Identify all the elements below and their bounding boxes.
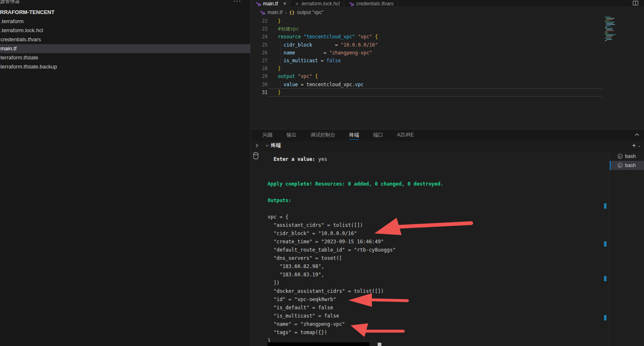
scrollbar-mark [604,203,606,209]
panel-tab-AZURE[interactable]: AZURE [397,129,414,141]
sidebar-item-credentials-tfvars[interactable]: credentials.tfvars [0,35,250,44]
explorer-sidebar: 源管理器 ··· RRAFORM-TENCENT .terraform.terr… [0,0,251,346]
terminal-line [268,205,443,213]
line-content: } [278,65,281,73]
divider [609,151,610,346]
scrollbar-mark [604,241,606,247]
svg-text:$: $ [619,155,620,158]
scrollbar-mark [604,276,606,281]
line-content: cidr_block = "10.0.0.0/16" [278,41,378,49]
panel-tab-问题[interactable]: 问题 [263,129,273,141]
breadcrumb-file[interactable]: main.tf [268,9,282,15]
terminal-line: "name" = "zhangpeng-vpc" [268,320,443,328]
chevron-down-icon[interactable]: ⌄ [637,144,641,148]
sidebar-item--terraform[interactable]: .terraform [0,17,250,26]
terminal-line: "is_default" = false [268,304,443,312]
code-line-30[interactable]: 30 value = tencentcloud_vpc.vpc [251,81,644,89]
session-label: bash [625,162,636,168]
new-terminal-icon[interactable]: + [632,142,636,149]
terminal-session-bash[interactable]: $bash [610,152,644,161]
terminal-output[interactable]: Enter a value: yes Apply complete! Resou… [268,155,443,345]
terminal-line: "docker_assistant_cidrs" = tolist([]) [268,287,443,295]
current-line-highlight [268,88,602,97]
close-icon[interactable]: × [283,1,286,7]
terminal-line: "cidr_block" = "10.0.0.0/16" [268,229,443,238]
workspace-section-header[interactable]: RRAFORM-TENCENT [0,9,54,15]
sidebar-item--terraform-lock-hcl[interactable]: .terraform.lock.hcl [0,26,250,35]
code-line-25[interactable]: 25 cidr_block = "10.0.0.0/16" [251,41,644,49]
panel-tab-终端[interactable]: 终端 [349,129,359,141]
panel-tab-输出[interactable]: 输出 [287,129,296,141]
code-line-23[interactable]: 23#创建vpc [251,25,644,33]
line-content: value = tencentcloud_vpc.vpc [278,81,364,89]
more-actions-icon[interactable]: ··· [233,0,241,5]
panel-tab-端口[interactable]: 端口 [373,129,383,141]
line-content: is_multicast = false [278,57,341,65]
panel-tab-bar: 问题输出调试控制台终端端口AZURE [251,129,644,141]
file-list: .terraform.terraform.lock.hclcredentials… [0,17,250,71]
terminal-session-list: $bash$bash [610,152,644,170]
terminal-line [268,172,443,180]
code-line-24[interactable]: 24resource "tencentcloud_vpc" "vpc" { [251,33,644,41]
tab--terraform-lock-hcl[interactable]: ≡.terraform.lock.hcl [291,0,344,7]
terminal-line: Enter a value: yes [268,155,443,163]
terraform-icon [256,1,261,6]
line-number: 27 [251,57,268,65]
line-number: 28 [251,65,268,73]
code-line-29[interactable]: 29output "vpc" { [251,73,644,80]
terminal-session-bash[interactable]: $bash [610,161,644,170]
split-editor-icon[interactable] [633,1,638,5]
line-number: 29 [251,73,268,80]
tab-main-tf[interactable]: main.tf× [251,0,291,7]
terminal-section-label: 终端 [271,142,281,149]
chevron-up-icon[interactable] [634,132,640,138]
line-content: output "vpc" { [278,73,318,80]
tab-label: credentials.tfvars [356,1,394,7]
sidebar-item-main-tf[interactable]: main.tf [0,44,250,53]
terraform-icon [260,10,265,15]
panel-tab-调试控制台[interactable]: 调试控制台 [310,129,335,141]
line-content: } [278,17,281,25]
code-line-22[interactable]: 22} [251,17,644,25]
tab-label: .terraform.lock.hcl [300,1,339,7]
terminal-line: "183.60.83.19", [268,271,443,279]
sidebar-item-terraform-tfstate[interactable]: terraform.tfstate [0,53,250,62]
chevron-right-icon[interactable] [254,143,259,148]
terminal-line: "183.60.82.98", [268,262,443,271]
chevron-down-icon [265,144,269,148]
terraform-icon [349,1,354,6]
terminal-line: "dns_servers" = toset([ [268,254,443,262]
line-content: #创建vpc [278,25,299,33]
terminal-line [268,163,443,172]
terminal-line: "create_time" = "2023-09-15 16:46:49" [268,238,443,246]
terminal-line: "id" = "vpc-oeqk0wrb" [268,295,443,304]
svg-text:$: $ [619,164,620,167]
tab-credentials-tfvars[interactable]: credentials.tfvars [344,0,398,7]
line-number: 23 [251,25,268,33]
vscode-window: 源管理器 ··· RRAFORM-TENCENT .terraform.terr… [0,0,644,346]
line-number: 26 [251,49,268,57]
line-number: 30 [251,81,268,89]
sidebar-item-terraform-tfstate-backup[interactable]: terraform.tfstate.backup [0,62,250,71]
terminal-line: vpc = { [268,213,443,221]
code-line-26[interactable]: 26 name = "zhangpeng-vpc" [251,49,644,57]
terminal-section-header: 终端 + ⌄ [251,141,644,150]
terminal-line: Outputs: [268,196,443,205]
code-area[interactable]: 22}23#创建vpc24resource "tencentcloud_vpc"… [251,17,644,97]
code-line-28[interactable]: 28} [251,65,644,73]
breadcrumb: main.tf › {} output "vpc" [251,7,324,17]
terminal-cursor [378,343,381,346]
line-content: resource "tencentcloud_vpc" "vpc" { [278,33,378,41]
terminal-line [268,188,443,196]
line-number: 22 [251,17,268,25]
bottom-panel: 问题输出调试控制台终端端口AZURE 终端 + ⌄ [251,129,644,346]
terminal-bash-icon: $ [617,153,623,159]
breadcrumb-symbol[interactable]: output "vpc" [297,9,324,15]
line-number: 24 [251,33,268,41]
minimap[interactable] [605,16,624,45]
terminal-line: Apply complete! Resources: 0 added, 0 ch… [268,180,443,188]
code-line-27[interactable]: 27 is_multicast = false [251,57,644,65]
database-icon[interactable] [252,152,259,160]
terminal-section-toggle[interactable]: 终端 [265,142,281,149]
code-line-31[interactable]: 31} [251,89,644,97]
